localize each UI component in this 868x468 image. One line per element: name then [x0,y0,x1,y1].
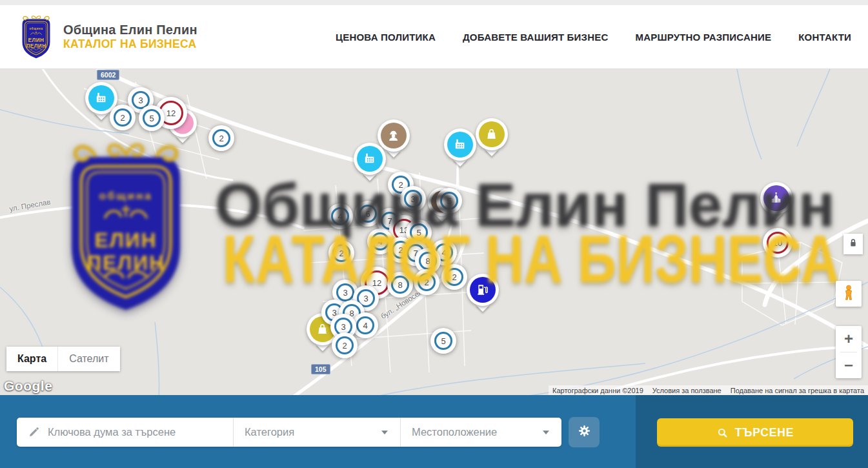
search-button-label: ТЪРСЕНЕ [735,426,794,440]
chevron-down-icon [381,431,388,434]
cluster-marker-2[interactable]: 2 [328,240,354,266]
pin-disc [760,182,792,214]
site-title: Община Елин Пелин [63,23,197,38]
attribution-text: Картографски данни ©2019 [552,387,643,394]
cluster-marker-4[interactable]: 4 [352,312,378,338]
attribution-link-1[interactable]: Условия за ползване [652,387,722,394]
cluster-marker-3[interactable]: 3 [400,186,426,212]
pegman-icon [839,283,858,305]
cluster-marker-4[interactable]: 4 [327,203,353,229]
cluster-ring: 2 [114,108,132,127]
keyword-field-wrap [17,418,234,447]
factory-icon [357,146,383,172]
svg-text:ЕЛИН: ЕЛИН [28,37,45,43]
pin-disc [467,274,499,306]
pencil-icon [27,425,41,439]
municipality-crest-logo: община ЕЛИН ПЕЛИН [18,14,54,60]
advanced-settings-button[interactable] [569,417,600,447]
cluster-marker-2[interactable]: 2 [441,264,467,290]
page: община ЕЛИН ПЕЛИН Община Елин Пелин КАТА… [0,0,868,468]
search-icon [716,427,729,439]
fuel-icon [470,277,496,303]
map-type-control: Карта Сателит [6,347,120,371]
svg-text:ПЕЛИН: ПЕЛИН [26,43,46,49]
cluster-ring: 5 [440,192,458,210]
brand-logo-link[interactable]: община ЕЛИН ПЕЛИН Община Елин Пелин КАТА… [18,14,197,60]
google-logo[interactable]: Google [4,378,52,394]
cluster-ring: 2 [445,268,463,286]
road-badge-105: 105 [311,364,330,374]
category-dropdown-value: Категория [245,426,294,438]
church-icon [763,185,789,211]
lock-icon [846,236,860,252]
cluster-marker-8[interactable]: 8 [387,272,413,298]
cluster-marker-5[interactable]: 5 [430,328,456,354]
gear-icon [577,423,592,441]
search-submit-button[interactable]: ТЪРСЕНЕ [657,418,853,447]
cluster-ring: 2 [212,129,230,147]
map-type-satellite-button[interactable]: Сателит [57,347,119,371]
pin-disc [444,128,476,161]
nav-item-1[interactable]: ДОБАВЕТЕ ВАШИЯТ БИЗНЕС [463,32,608,43]
nav-item-2[interactable]: МАРШРУТНО РАЗПИСАНИЕ [635,32,771,43]
cluster-ring: 6 [359,205,377,223]
cluster-marker-10[interactable]: 10 [763,228,792,258]
cluster-marker-5[interactable]: 5 [139,105,165,131]
zoom-control: + − [836,326,862,378]
cluster-ring: 2 [332,244,350,262]
cluster-ring: 5 [410,223,428,241]
svg-text:община: община [29,26,43,30]
location-dropdown-value: Местоположение [412,426,497,438]
factory-icon [88,85,114,111]
location-dropdown[interactable]: Местоположение [401,418,561,447]
brand-text: Община Елин Пелин КАТАЛОГ НА БИЗНЕСА [63,23,197,51]
cluster-ring: 8 [419,252,437,270]
category-pin-shopping-bag[interactable] [476,118,508,150]
cluster-ring: 5 [434,332,452,350]
lock-button[interactable] [843,234,863,254]
cluster-ring: 10 [767,232,789,254]
category-pin-church[interactable] [760,182,792,214]
main-nav: ЦЕНОВА ПОЛИТИКАДОБАВЕТЕ ВАШИЯТ БИЗНЕСМАР… [336,32,851,43]
category-pin-factory[interactable] [444,128,476,161]
search-panel: Категория Местоположение [0,395,868,468]
search-bar: Категория Местоположение [17,418,561,447]
zoom-out-button[interactable]: − [836,352,862,378]
cluster-ring: 4 [356,316,374,334]
cluster-ring: 4 [331,207,349,225]
keyword-search-input[interactable] [17,418,233,447]
map-type-map-button[interactable]: Карта [6,347,57,371]
pin-disc [476,118,508,150]
header: община ЕЛИН ПЕЛИН Община Елин Пелин КАТА… [0,5,868,69]
cluster-ring: 2 [418,273,436,291]
cluster-ring: 3 [404,190,422,208]
street-view-pegman-button[interactable] [836,281,862,307]
cluster-ring: 2 [336,336,354,354]
map-canvas[interactable]: 312252235647135410247282212833384352 общ… [0,69,868,395]
attribution-link-2[interactable]: Подаване на сигнал за грешка в картата [731,387,864,394]
map-attribution: Картографски данни ©2019Условия за ползв… [549,385,868,395]
cluster-marker-2[interactable]: 2 [208,125,234,151]
top-strip [0,0,868,5]
pin-disc [354,143,386,175]
cluster-marker-5[interactable]: 5 [436,188,462,214]
road-badge-6002: 6002 [97,70,119,80]
site-subtitle: КАТАЛОГ НА БИЗНЕСА [63,37,197,51]
cluster-ring: 4 [371,232,389,250]
category-pin-fuel[interactable] [467,274,499,306]
cluster-ring: 3 [336,283,354,301]
shopping-bag-icon [479,121,505,147]
cluster-marker-2[interactable]: 2 [414,269,439,295]
category-pin-factory[interactable] [354,143,386,175]
cluster-marker-2[interactable]: 2 [332,332,358,358]
cluster-ring: 5 [143,109,161,127]
nav-item-0[interactable]: ЦЕНОВА ПОЛИТИКА [336,32,436,43]
cluster-marker-2[interactable]: 2 [110,105,136,130]
category-dropdown[interactable]: Категория [234,418,401,447]
chevron-down-icon [543,431,549,434]
zoom-in-button[interactable]: + [836,326,862,352]
nav-item-3[interactable]: КОНТАКТИ [798,32,851,43]
factory-icon [447,132,473,158]
cluster-ring: 8 [391,276,409,294]
